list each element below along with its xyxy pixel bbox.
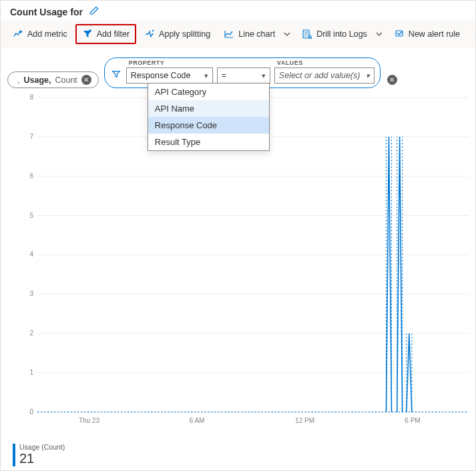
- property-select[interactable]: Response Code ▾: [126, 67, 213, 84]
- property-label: Property: [126, 59, 213, 66]
- filter-row: , Usage, Count ✕ Property Response Code …: [1, 48, 475, 92]
- svg-text:Thu 23: Thu 23: [79, 417, 100, 424]
- scope-agg: Count: [55, 75, 77, 85]
- filter-remove-icon[interactable]: ✕: [387, 75, 397, 85]
- new-alert-rule-label: New alert rule: [409, 29, 460, 39]
- legend: Usage (Count) 21: [13, 443, 65, 466]
- pin-icon: [473, 29, 476, 39]
- edit-title-icon[interactable]: [89, 6, 99, 17]
- svg-text:2: 2: [29, 329, 33, 337]
- funnel-icon: [110, 69, 122, 84]
- toolbar: Add metric Add filter Apply splitting Li…: [1, 20, 475, 48]
- property-value: Response Code: [131, 71, 191, 80]
- add-metric-button[interactable]: Add metric: [7, 25, 73, 43]
- dropdown-option[interactable]: Response Code: [148, 117, 269, 134]
- svg-text:6 PM: 6 PM: [405, 417, 420, 424]
- operator-block: = ▾: [217, 59, 270, 84]
- legend-color-icon: [13, 444, 15, 466]
- property-block: Property Response Code ▾ API Category AP…: [126, 59, 213, 84]
- svg-text:8: 8: [29, 94, 33, 101]
- metrics-explorer-root: Count Usage for Add metric Add filter Ap…: [0, 0, 476, 471]
- scope-prefix: ,: [17, 75, 19, 85]
- line-chart-button[interactable]: Line chart: [218, 25, 280, 43]
- apply-splitting-button[interactable]: Apply splitting: [139, 25, 216, 43]
- new-alert-rule-button[interactable]: New alert rule: [389, 25, 465, 43]
- logs-icon: [302, 29, 312, 39]
- dropdown-option[interactable]: API Category: [148, 84, 269, 100]
- pin-dashboard-button[interactable]: Pin to dashboard: [468, 25, 476, 43]
- dropdown-option[interactable]: API Name: [148, 100, 269, 117]
- apply-splitting-label: Apply splitting: [159, 29, 210, 39]
- svg-text:3: 3: [29, 290, 33, 297]
- filter-icon: [82, 29, 93, 39]
- svg-text:4: 4: [29, 251, 33, 258]
- values-select[interactable]: Select or add value(s) ▾: [274, 67, 375, 84]
- property-dropdown: API Category API Name Response Code Resu…: [148, 83, 270, 151]
- svg-text:6: 6: [29, 172, 33, 180]
- svg-point-0: [152, 30, 154, 31]
- svg-text:12 PM: 12 PM: [295, 417, 314, 424]
- split-icon: [144, 29, 155, 39]
- add-metric-label: Add metric: [27, 29, 67, 39]
- chevron-down-icon: ▾: [204, 71, 208, 80]
- values-block: Values Select or add value(s) ▾: [274, 59, 375, 84]
- add-filter-label: Add filter: [97, 29, 130, 39]
- title-bar: Count Usage for: [1, 1, 475, 20]
- page-title: Count Usage for: [10, 7, 83, 17]
- filter-pill: Property Response Code ▾ API Category AP…: [104, 57, 381, 88]
- dropdown-option[interactable]: Result Type: [148, 134, 269, 150]
- svg-text:0: 0: [29, 408, 33, 416]
- scope-remove-icon[interactable]: ✕: [81, 75, 91, 85]
- operator-select[interactable]: = ▾: [217, 67, 270, 84]
- line-chart-chevron-icon[interactable]: [280, 30, 294, 38]
- line-chart-label: Line chart: [238, 29, 275, 39]
- svg-text:5: 5: [29, 212, 33, 219]
- line-chart-icon: [224, 29, 234, 39]
- values-placeholder: Select or add value(s): [279, 71, 361, 80]
- svg-text:7: 7: [29, 133, 33, 140]
- scope-metric: Usage,: [23, 75, 51, 85]
- operator-value: =: [222, 71, 226, 80]
- add-metric-icon: [13, 29, 23, 39]
- chevron-down-icon: ▾: [262, 71, 266, 80]
- svg-text:6 AM: 6 AM: [190, 417, 205, 424]
- drill-logs-label: Drill into Logs: [316, 29, 367, 39]
- legend-series-name: Usage (Count): [19, 443, 65, 451]
- values-label: Values: [274, 59, 375, 66]
- legend-value: 21: [19, 451, 65, 466]
- drill-logs-chevron-icon[interactable]: [373, 30, 386, 38]
- add-filter-button[interactable]: Add filter: [75, 24, 136, 44]
- chevron-down-icon: ▾: [366, 71, 370, 80]
- svg-text:1: 1: [29, 369, 33, 376]
- drill-logs-button[interactable]: Drill into Logs: [296, 25, 373, 43]
- alert-icon: [394, 29, 405, 39]
- metric-scope-pill[interactable]: , Usage, Count ✕: [7, 71, 99, 88]
